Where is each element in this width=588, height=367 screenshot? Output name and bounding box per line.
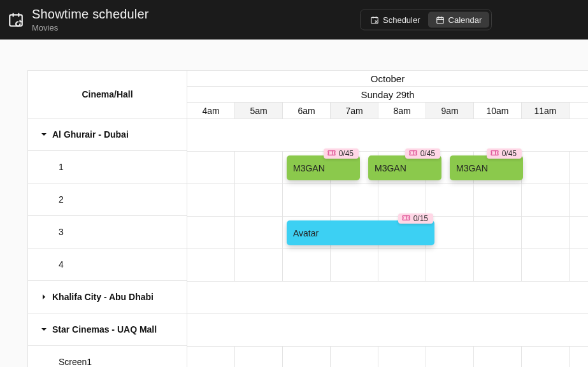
hall-row[interactable]: 2 [28, 184, 187, 216]
ticket-icon [402, 214, 410, 223]
svg-rect-2 [436, 17, 443, 23]
occupancy-badge: 0/45 [487, 148, 522, 159]
grid-row[interactable]: Avatar0/15M3 [187, 217, 588, 249]
caret-right-icon [41, 294, 47, 300]
caret-down-icon [41, 131, 47, 138]
hall-label: 4 [59, 259, 64, 270]
hall-row[interactable]: 4 [28, 248, 187, 281]
grid-hour-labels: 4am5am6am7am8am9am10am11am12 [187, 103, 588, 119]
occupancy-value: 0/45 [339, 149, 354, 158]
grid-row[interactable] [187, 249, 588, 282]
cinema-group-label: Star Cinemas - UAQ Mall [52, 324, 157, 335]
tab-calendar[interactable]: Calendar [428, 12, 490, 28]
ticket-icon [327, 149, 336, 158]
showtime-title: M3GAN [293, 163, 325, 173]
page-title: Showtime scheduler [32, 7, 149, 22]
hour-label: 5am [235, 103, 283, 119]
hall-label: 2 [59, 194, 64, 205]
app-header: Showtime scheduler Movies Scheduler Cale… [0, 0, 588, 40]
hall-row[interactable]: Screen1 [28, 346, 187, 367]
showtime-event[interactable]: M3GAN0/45 [450, 155, 523, 180]
occupancy-value: 0/45 [502, 149, 517, 158]
hall-label: Screen1 [59, 357, 92, 367]
tab-scheduler-label: Scheduler [383, 15, 420, 25]
tab-scheduler[interactable]: Scheduler [362, 12, 428, 28]
cinema-group[interactable]: Khalifa City - Abu Dhabi [28, 281, 187, 313]
showtime-event[interactable]: Avatar0/15 [287, 220, 434, 245]
caret-down-icon [41, 326, 47, 333]
occupancy-value: 0/15 [413, 214, 428, 223]
scheduler-panel: Cinema/Hall Al Ghurair - Dubai1234Khalif… [27, 70, 588, 367]
ticket-icon [409, 149, 417, 158]
cinema-group[interactable]: Star Cinemas - UAQ Mall [28, 313, 187, 346]
hall-row[interactable]: 1 [28, 151, 187, 184]
grid-body: M3GAN0/45M3GAN0/45M3GAN0/45Avatar0/15M3 [187, 119, 588, 367]
hour-label: 8am [378, 103, 426, 119]
occupancy-badge: 0/15 [398, 213, 433, 224]
hour-label: 9am [426, 103, 474, 119]
cinema-group[interactable]: Al Ghurair - Dubai [28, 119, 187, 151]
occupancy-badge: 0/45 [405, 148, 440, 159]
grid-row[interactable]: M3GAN0/45M3GAN0/45M3GAN0/45 [187, 152, 588, 184]
grid-header: October Sunday 29th 4am5am6am7am8am9am10… [187, 70, 588, 119]
grid-row [187, 282, 588, 314]
showtime-title: M3GAN [456, 163, 488, 173]
showtime-event[interactable]: M3GAN0/45 [368, 155, 441, 180]
app-logo-icon [8, 11, 24, 28]
ticket-icon [491, 149, 499, 158]
hour-label: 12 [570, 103, 588, 119]
grid-row[interactable] [187, 184, 588, 217]
cinema-group-label: Al Ghurair - Dubai [52, 129, 129, 140]
grid-row [187, 314, 588, 347]
grid-row[interactable] [187, 347, 588, 367]
resource-column-header: Cinema/Hall [28, 70, 187, 119]
tab-calendar-label: Calendar [448, 15, 482, 25]
hour-label: 6am [283, 103, 331, 119]
hour-label: 10am [474, 103, 522, 119]
hall-row[interactable]: 3 [28, 216, 187, 248]
hour-label: 11am [522, 103, 570, 119]
hour-label: 4am [187, 103, 235, 119]
showtime-event[interactable]: M3GAN0/45 [287, 155, 360, 180]
grid-date-label: Sunday 29th [187, 87, 588, 103]
page-subtitle: Movies [32, 23, 149, 32]
showtime-title: M3GAN [375, 163, 406, 173]
resource-column: Cinema/Hall Al Ghurair - Dubai1234Khalif… [27, 70, 187, 367]
cinema-group-label: Khalifa City - Abu Dhabi [52, 292, 154, 302]
hall-label: 1 [59, 162, 64, 172]
grid-row [187, 119, 588, 152]
hall-label: 3 [59, 227, 64, 237]
hour-label: 7am [331, 103, 378, 119]
grid-month-label: October [187, 71, 588, 87]
scheduler-icon [370, 15, 379, 24]
occupancy-badge: 0/45 [324, 148, 359, 159]
view-toggle: Scheduler Calendar [360, 10, 492, 31]
calendar-icon [436, 15, 445, 24]
occupancy-value: 0/45 [420, 149, 435, 158]
showtime-title: Avatar [293, 228, 319, 238]
time-grid: October Sunday 29th 4am5am6am7am8am9am10… [187, 70, 588, 367]
